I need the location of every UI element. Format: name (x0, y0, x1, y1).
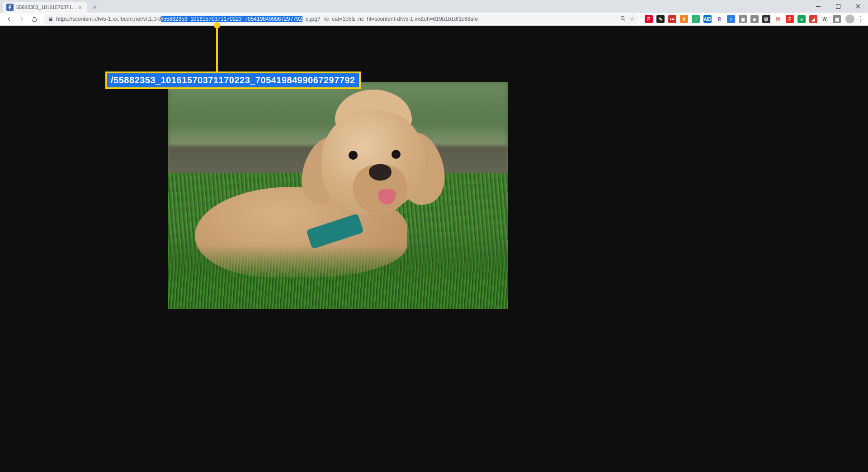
extension-ext-shield-icon[interactable]: ⛨ (762, 15, 770, 23)
url-suffix: _o.jpg?_nc_cat=105&_nc_ht=scontent-dfw5-… (302, 16, 478, 22)
browser-tab[interactable]: 55882353_10161570371170223_ × (3, 2, 87, 13)
svg-rect-1 (836, 5, 840, 9)
extension-ext-red2-icon[interactable]: ◢ (809, 15, 817, 23)
bookmark-star-icon[interactable]: ☆ (630, 16, 635, 22)
svg-point-2 (621, 16, 624, 19)
window-controls (808, 0, 868, 13)
extension-gmail-icon[interactable]: M (774, 15, 782, 23)
browser-chrome: 55882353_10161570371170223_ × + (0, 0, 868, 26)
profile-avatar[interactable] (845, 14, 854, 24)
tab-strip: 55882353_10161570371170223_ × + (0, 0, 868, 13)
omnibox-actions: ☆ (620, 15, 635, 23)
svg-line-3 (624, 19, 625, 20)
photo-grass-foreground (168, 245, 508, 309)
extension-eyedropper-icon[interactable]: ✎ (656, 15, 665, 23)
facebook-favicon-icon (6, 4, 14, 11)
window-close-button[interactable] (848, 0, 868, 13)
extension-flipboard-icon[interactable]: F (786, 15, 794, 23)
callout-line (216, 24, 218, 72)
url-text: https://scontent-dfw5-1.xx.fbcdn.net/v/t… (56, 16, 478, 22)
extension-grammarly-icon[interactable]: ○ (692, 15, 700, 23)
extension-lastpass-icon[interactable]: ••• (668, 15, 676, 23)
address-bar[interactable]: https://scontent-dfw5-1.xx.fbcdn.net/v/t… (43, 14, 639, 24)
url-selected: /55882353_10161570371170223_705419849906… (161, 16, 302, 22)
extension-rakuten-icon[interactable]: R (715, 15, 723, 23)
extension-ext-gray3-icon[interactable]: ▦ (833, 15, 841, 23)
photo-dog-head (303, 96, 439, 228)
zoom-icon[interactable] (620, 15, 626, 23)
back-button[interactable] (3, 13, 15, 25)
browser-toolbar: https://scontent-dfw5-1.xx.fbcdn.net/v/t… (0, 13, 868, 26)
callout-box: /55882353_10161570371170223_705419849906… (105, 72, 361, 89)
tab-close-icon[interactable]: × (77, 4, 83, 10)
extension-ext-blue-icon[interactable]: ≡ (727, 15, 735, 23)
url-prefix: https://scontent-dfw5-1.xx.fbcdn.net/v/t… (56, 16, 161, 22)
new-tab-button[interactable]: + (90, 2, 100, 13)
image-viewer[interactable] (168, 82, 508, 309)
svg-rect-0 (816, 6, 821, 7)
reload-button[interactable] (28, 13, 41, 25)
extension-pinterest-icon[interactable]: P (645, 15, 653, 23)
window-minimize-button[interactable] (808, 0, 828, 13)
forward-button[interactable] (15, 13, 28, 25)
extension-ext-green-icon[interactable]: ● (797, 15, 806, 23)
extension-ext-aid-icon[interactable]: AID (703, 15, 712, 23)
lock-icon (48, 16, 53, 22)
extension-honey-icon[interactable]: h (680, 15, 688, 23)
page-content (0, 26, 868, 472)
extension-ext-gray1-icon[interactable]: ▣ (739, 15, 747, 23)
extension-wikipedia-icon[interactable]: W. (821, 15, 829, 23)
extension-ext-gray2-icon[interactable]: ◆ (750, 15, 759, 23)
chrome-menu-button[interactable]: ⋮ (856, 15, 865, 24)
extensions-bar: P✎•••h○AIDR≡▣◆⛨MF●◢W.▦ (642, 15, 844, 23)
window-maximize-button[interactable] (828, 0, 848, 13)
tab-title: 55882353_10161570371170223_ (16, 5, 77, 10)
